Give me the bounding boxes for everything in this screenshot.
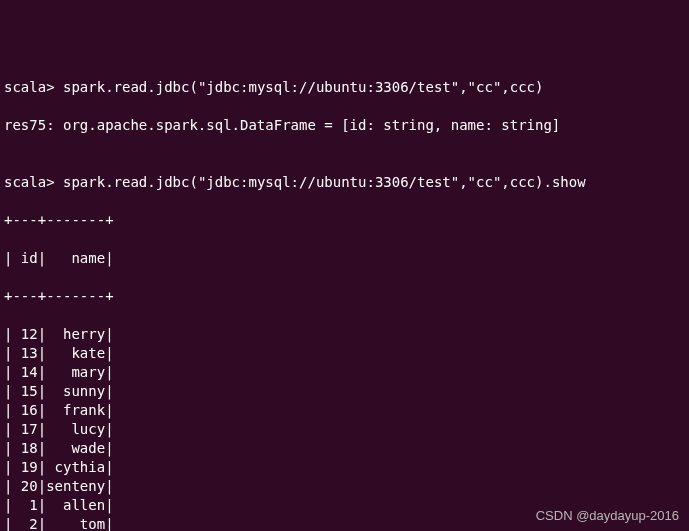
table-row: | 18| wade| [4, 439, 685, 458]
table-row: | 13| kate| [4, 344, 685, 363]
table-row: | 12| herry| [4, 325, 685, 344]
table-row: | 20|senteny| [4, 477, 685, 496]
table-row: | 14| mary| [4, 363, 685, 382]
table-row: | 15| sunny| [4, 382, 685, 401]
table-separator-mid: +---+-------+ [4, 287, 685, 306]
scala-prompt: scala> [4, 174, 63, 190]
scala-prompt: scala> [4, 79, 63, 95]
watermark: CSDN @daydayup-2016 [536, 506, 679, 525]
command-input-2[interactable]: spark.read.jdbc("jdbc:mysql://ubuntu:330… [63, 174, 586, 190]
scala-prompt-line-2: scala> spark.read.jdbc("jdbc:mysql://ubu… [4, 173, 685, 192]
command-input-1[interactable]: spark.read.jdbc("jdbc:mysql://ubuntu:330… [63, 79, 543, 95]
table-row: | 16| frank| [4, 401, 685, 420]
table-separator-top: +---+-------+ [4, 211, 685, 230]
table-body: | 12| herry|| 13| kate|| 14| mary|| 15| … [4, 325, 685, 531]
result-line: res75: org.apache.spark.sql.DataFrame = … [4, 116, 685, 135]
table-header: | id| name| [4, 249, 685, 268]
table-row: | 17| lucy| [4, 420, 685, 439]
scala-prompt-line-1: scala> spark.read.jdbc("jdbc:mysql://ubu… [4, 78, 685, 97]
table-row: | 19| cythia| [4, 458, 685, 477]
